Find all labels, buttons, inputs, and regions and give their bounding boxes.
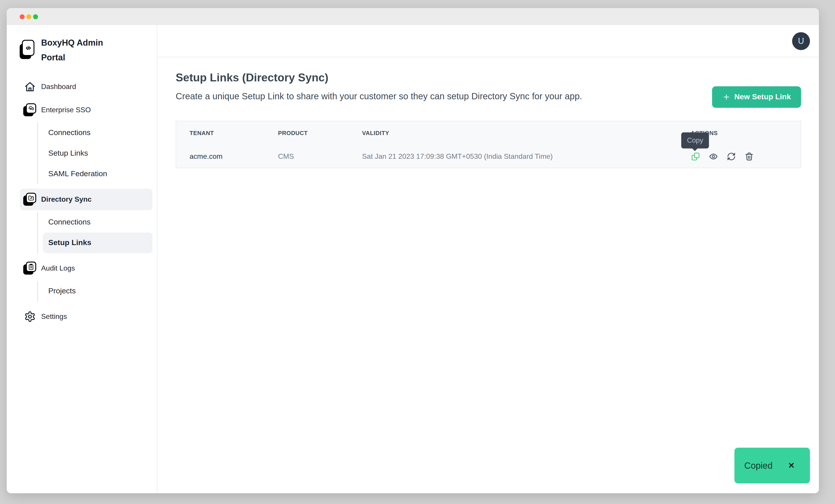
copy-icon bbox=[691, 152, 700, 161]
regenerate-icon bbox=[727, 152, 736, 161]
sidebar-subitem-sso-setup-links[interactable]: Setup Links bbox=[43, 143, 152, 164]
submenu-label: Projects bbox=[48, 287, 76, 296]
toast-close-button[interactable]: ✕ bbox=[788, 461, 795, 470]
brand[interactable]: BoxyHQ Admin Portal bbox=[20, 35, 152, 65]
sidebar-item-directory-sync[interactable]: Directory Sync bbox=[20, 189, 152, 210]
page-content: Setup Links (Directory Sync) Create a un… bbox=[157, 57, 819, 168]
sidebar-item-label: Dashboard bbox=[41, 83, 76, 91]
gear-icon bbox=[23, 309, 37, 324]
new-setup-link-button[interactable]: New Setup Link bbox=[712, 86, 801, 108]
regenerate-link-button[interactable] bbox=[727, 152, 736, 161]
sidebar-subitem-sso-connections[interactable]: Connections bbox=[43, 123, 152, 143]
toast-message: Copied bbox=[744, 460, 773, 471]
page-description: Create a unique Setup Link to share with… bbox=[176, 90, 582, 102]
window-controls bbox=[20, 14, 38, 19]
folder-sync-icon bbox=[23, 192, 37, 207]
sidebar-nav: Dashboard Enterprise SSO bbox=[20, 76, 152, 327]
page-title: Setup Links (Directory Sync) bbox=[176, 70, 582, 84]
column-header-tenant: TENANT bbox=[189, 130, 278, 136]
sidebar-item-label: Settings bbox=[41, 313, 67, 321]
app-window: BoxyHQ Admin Portal Dashboard bbox=[7, 8, 819, 493]
content-header: Setup Links (Directory Sync) Create a un… bbox=[176, 70, 801, 102]
brand-title: BoxyHQ Admin Portal bbox=[41, 35, 113, 65]
topbar: U bbox=[157, 25, 819, 57]
copy-tooltip: Copy bbox=[681, 133, 709, 148]
copy-tooltip-label: Copy bbox=[687, 136, 703, 144]
enterprise-sso-submenu: Connections Setup Links SAML Federation bbox=[37, 123, 152, 184]
avatar-initial: U bbox=[798, 36, 804, 46]
submenu-label: SAML Federation bbox=[48, 169, 107, 178]
window-minimize-button[interactable] bbox=[26, 14, 31, 19]
submenu-label: Setup Links bbox=[48, 149, 88, 158]
user-avatar[interactable]: U bbox=[792, 32, 810, 50]
sidebar-subitem-saml-federation[interactable]: SAML Federation bbox=[43, 164, 152, 184]
submenu-label: Connections bbox=[48, 218, 90, 227]
sidebar-subitem-dsync-connections[interactable]: Connections bbox=[43, 212, 152, 233]
plus-icon bbox=[722, 93, 730, 101]
trash-icon bbox=[745, 152, 754, 161]
sidebar-item-enterprise-sso[interactable]: Enterprise SSO bbox=[20, 99, 152, 121]
sidebar-item-audit-logs[interactable]: Audit Logs bbox=[20, 258, 152, 279]
sidebar-item-label: Directory Sync bbox=[41, 196, 91, 203]
sidebar-subitem-dsync-setup-links[interactable]: Setup Links bbox=[43, 233, 152, 253]
window-body: BoxyHQ Admin Portal Dashboard bbox=[7, 25, 819, 493]
window-zoom-button[interactable] bbox=[33, 14, 38, 19]
sidebar-item-dashboard[interactable]: Dashboard bbox=[20, 76, 152, 98]
sidebar: BoxyHQ Admin Portal Dashboard bbox=[7, 25, 157, 493]
window-titlebar bbox=[7, 8, 819, 25]
cell-actions bbox=[691, 152, 800, 161]
audit-logs-submenu: Projects bbox=[37, 281, 152, 301]
main-area: U Setup Links (Directory Sync) Create a … bbox=[157, 25, 819, 493]
eye-icon bbox=[709, 152, 718, 161]
copy-link-button[interactable] bbox=[691, 152, 700, 161]
submenu-label: Setup Links bbox=[48, 238, 91, 247]
sidebar-item-settings[interactable]: Settings bbox=[20, 306, 152, 327]
cell-validity: Sat Jan 21 2023 17:09:38 GMT+0530 (India… bbox=[362, 152, 691, 160]
column-header-product: PRODUCT bbox=[278, 130, 362, 136]
sidebar-item-label: Enterprise SSO bbox=[41, 106, 91, 114]
delete-link-button[interactable] bbox=[745, 152, 754, 161]
cloud-key-icon bbox=[23, 103, 37, 117]
view-setup-link-button[interactable] bbox=[709, 152, 718, 161]
column-header-validity: VALIDITY bbox=[362, 130, 691, 136]
sidebar-subitem-projects[interactable]: Projects bbox=[43, 281, 152, 301]
boxyhq-logo-icon bbox=[20, 40, 35, 60]
cell-tenant: acme.com bbox=[189, 152, 278, 160]
sidebar-item-label: Audit Logs bbox=[41, 264, 75, 273]
submenu-label: Connections bbox=[48, 128, 90, 137]
directory-sync-submenu: Connections Setup Links bbox=[37, 212, 152, 253]
cell-product: CMS bbox=[278, 152, 362, 160]
setup-links-table: TENANT PRODUCT VALIDITY ACTIONS acme.com… bbox=[176, 121, 801, 168]
window-close-button[interactable] bbox=[20, 14, 25, 19]
desktop: BoxyHQ Admin Portal Dashboard bbox=[0, 0, 835, 504]
clipboard-icon bbox=[23, 261, 37, 276]
toast-success: Copied ✕ bbox=[734, 448, 810, 483]
home-icon bbox=[23, 80, 37, 94]
new-setup-link-label: New Setup Link bbox=[734, 93, 791, 102]
